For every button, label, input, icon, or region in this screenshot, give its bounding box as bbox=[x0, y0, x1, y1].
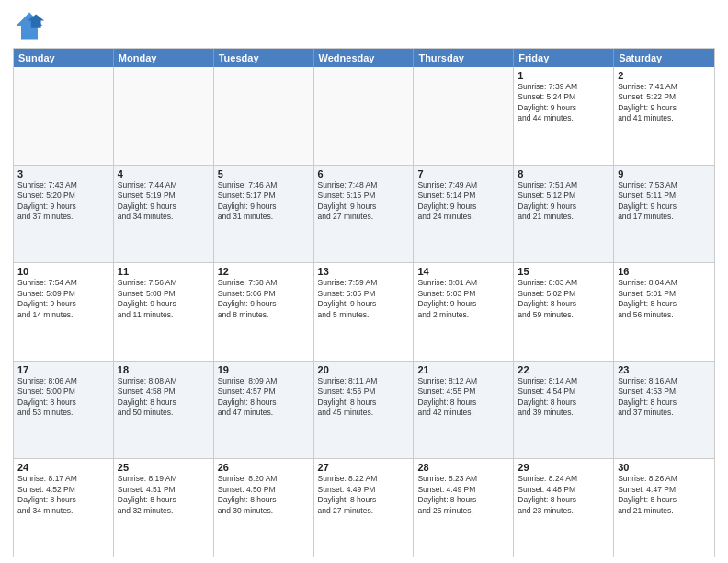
day-info: Sunrise: 8:03 AM Sunset: 5:02 PM Dayligh… bbox=[518, 278, 609, 320]
day-number: 19 bbox=[218, 364, 310, 375]
empty-cell-r0c2 bbox=[214, 67, 314, 165]
day-number: 26 bbox=[218, 462, 310, 473]
day-number: 7 bbox=[417, 168, 509, 179]
day-number: 12 bbox=[218, 266, 310, 277]
day-info: Sunrise: 8:12 AM Sunset: 4:55 PM Dayligh… bbox=[417, 376, 509, 419]
day-number: 11 bbox=[118, 266, 210, 277]
day-cell-24: 24Sunrise: 8:17 AM Sunset: 4:52 PM Dayli… bbox=[14, 459, 114, 557]
day-cell-2: 2Sunrise: 7:41 AM Sunset: 5:22 PM Daylig… bbox=[614, 67, 714, 165]
day-cell-9: 9Sunrise: 7:53 AM Sunset: 5:11 PM Daylig… bbox=[614, 166, 714, 263]
day-cell-6: 6Sunrise: 7:48 AM Sunset: 5:15 PM Daylig… bbox=[314, 166, 415, 263]
logo bbox=[13, 9, 50, 42]
day-info: Sunrise: 8:17 AM Sunset: 4:52 PM Dayligh… bbox=[17, 474, 109, 516]
calendar: SundayMondayTuesdayWednesdayThursdayFrid… bbox=[13, 48, 715, 557]
day-info: Sunrise: 7:56 AM Sunset: 5:08 PM Dayligh… bbox=[118, 278, 210, 320]
day-number: 27 bbox=[318, 462, 410, 473]
day-info: Sunrise: 7:53 AM Sunset: 5:11 PM Dayligh… bbox=[618, 180, 711, 223]
day-number: 9 bbox=[618, 168, 711, 179]
day-cell-27: 27Sunrise: 8:22 AM Sunset: 4:49 PM Dayli… bbox=[314, 459, 415, 557]
day-info: Sunrise: 7:54 AM Sunset: 5:09 PM Dayligh… bbox=[17, 278, 109, 320]
day-cell-14: 14Sunrise: 8:01 AM Sunset: 5:03 PM Dayli… bbox=[414, 263, 514, 361]
day-info: Sunrise: 8:22 AM Sunset: 4:49 PM Dayligh… bbox=[318, 474, 410, 516]
day-cell-10: 10Sunrise: 7:54 AM Sunset: 5:09 PM Dayli… bbox=[14, 263, 114, 361]
day-info: Sunrise: 7:39 AM Sunset: 5:24 PM Dayligh… bbox=[518, 82, 609, 124]
header-day-wednesday: Wednesday bbox=[314, 49, 415, 67]
calendar-row-2: 3Sunrise: 7:43 AM Sunset: 5:20 PM Daylig… bbox=[14, 165, 714, 263]
day-info: Sunrise: 8:19 AM Sunset: 4:51 PM Dayligh… bbox=[118, 474, 210, 516]
day-number: 25 bbox=[118, 462, 210, 473]
day-number: 15 bbox=[518, 266, 609, 277]
day-cell-12: 12Sunrise: 7:58 AM Sunset: 5:06 PM Dayli… bbox=[214, 263, 314, 361]
day-info: Sunrise: 7:46 AM Sunset: 5:17 PM Dayligh… bbox=[218, 180, 310, 223]
day-number: 22 bbox=[518, 364, 609, 375]
day-cell-15: 15Sunrise: 8:03 AM Sunset: 5:02 PM Dayli… bbox=[514, 263, 614, 361]
day-info: Sunrise: 8:11 AM Sunset: 4:56 PM Dayligh… bbox=[318, 376, 410, 419]
day-info: Sunrise: 7:59 AM Sunset: 5:05 PM Dayligh… bbox=[318, 278, 410, 320]
day-cell-5: 5Sunrise: 7:46 AM Sunset: 5:17 PM Daylig… bbox=[214, 166, 314, 263]
day-number: 2 bbox=[618, 70, 711, 81]
day-info: Sunrise: 8:01 AM Sunset: 5:03 PM Dayligh… bbox=[417, 278, 509, 320]
calendar-row-5: 24Sunrise: 8:17 AM Sunset: 4:52 PM Dayli… bbox=[14, 458, 714, 557]
day-number: 1 bbox=[518, 70, 609, 81]
day-number: 21 bbox=[417, 364, 509, 375]
day-cell-30: 30Sunrise: 8:26 AM Sunset: 4:47 PM Dayli… bbox=[614, 459, 714, 557]
day-number: 13 bbox=[318, 266, 410, 277]
day-cell-25: 25Sunrise: 8:19 AM Sunset: 4:51 PM Dayli… bbox=[114, 459, 214, 557]
day-info: Sunrise: 8:24 AM Sunset: 4:48 PM Dayligh… bbox=[518, 474, 609, 516]
empty-cell-r0c0 bbox=[14, 67, 114, 165]
day-cell-26: 26Sunrise: 8:20 AM Sunset: 4:50 PM Dayli… bbox=[214, 459, 314, 557]
day-info: Sunrise: 8:06 AM Sunset: 5:00 PM Dayligh… bbox=[17, 376, 109, 419]
calendar-body: 1Sunrise: 7:39 AM Sunset: 5:24 PM Daylig… bbox=[14, 67, 714, 557]
day-cell-4: 4Sunrise: 7:44 AM Sunset: 5:19 PM Daylig… bbox=[114, 166, 214, 263]
calendar-row-4: 17Sunrise: 8:06 AM Sunset: 5:00 PM Dayli… bbox=[14, 361, 714, 459]
day-cell-17: 17Sunrise: 8:06 AM Sunset: 5:00 PM Dayli… bbox=[14, 362, 114, 459]
day-info: Sunrise: 8:09 AM Sunset: 4:57 PM Dayligh… bbox=[218, 376, 310, 419]
day-info: Sunrise: 7:49 AM Sunset: 5:14 PM Dayligh… bbox=[417, 180, 509, 223]
day-number: 28 bbox=[417, 462, 509, 473]
day-cell-19: 19Sunrise: 8:09 AM Sunset: 4:57 PM Dayli… bbox=[214, 362, 314, 459]
day-info: Sunrise: 7:51 AM Sunset: 5:12 PM Dayligh… bbox=[518, 180, 609, 223]
empty-cell-r0c3 bbox=[314, 67, 415, 165]
day-number: 30 bbox=[618, 462, 711, 473]
day-info: Sunrise: 8:04 AM Sunset: 5:01 PM Dayligh… bbox=[618, 278, 711, 320]
header-day-saturday: Saturday bbox=[614, 49, 714, 67]
day-cell-23: 23Sunrise: 8:16 AM Sunset: 4:53 PM Dayli… bbox=[614, 362, 714, 459]
day-number: 6 bbox=[318, 168, 410, 179]
day-cell-20: 20Sunrise: 8:11 AM Sunset: 4:56 PM Dayli… bbox=[314, 362, 415, 459]
day-number: 23 bbox=[618, 364, 711, 375]
header-day-thursday: Thursday bbox=[414, 49, 514, 67]
header-day-tuesday: Tuesday bbox=[214, 49, 314, 67]
day-number: 3 bbox=[17, 168, 109, 179]
day-cell-21: 21Sunrise: 8:12 AM Sunset: 4:55 PM Dayli… bbox=[414, 362, 514, 459]
day-cell-1: 1Sunrise: 7:39 AM Sunset: 5:24 PM Daylig… bbox=[514, 67, 614, 165]
day-number: 18 bbox=[118, 364, 210, 375]
day-cell-8: 8Sunrise: 7:51 AM Sunset: 5:12 PM Daylig… bbox=[514, 166, 614, 263]
day-cell-29: 29Sunrise: 8:24 AM Sunset: 4:48 PM Dayli… bbox=[514, 459, 614, 557]
day-info: Sunrise: 7:41 AM Sunset: 5:22 PM Dayligh… bbox=[618, 82, 711, 124]
day-info: Sunrise: 8:26 AM Sunset: 4:47 PM Dayligh… bbox=[618, 474, 711, 516]
day-info: Sunrise: 8:14 AM Sunset: 4:54 PM Dayligh… bbox=[518, 376, 609, 419]
day-info: Sunrise: 8:20 AM Sunset: 4:50 PM Dayligh… bbox=[218, 474, 310, 516]
calendar-row-3: 10Sunrise: 7:54 AM Sunset: 5:09 PM Dayli… bbox=[14, 262, 714, 361]
day-info: Sunrise: 7:44 AM Sunset: 5:19 PM Dayligh… bbox=[118, 180, 210, 223]
day-info: Sunrise: 7:43 AM Sunset: 5:20 PM Dayligh… bbox=[17, 180, 109, 223]
day-cell-7: 7Sunrise: 7:49 AM Sunset: 5:14 PM Daylig… bbox=[414, 166, 514, 263]
day-info: Sunrise: 7:48 AM Sunset: 5:15 PM Dayligh… bbox=[318, 180, 410, 223]
empty-cell-r0c1 bbox=[114, 67, 214, 165]
day-info: Sunrise: 8:08 AM Sunset: 4:58 PM Dayligh… bbox=[118, 376, 210, 419]
day-cell-28: 28Sunrise: 8:23 AM Sunset: 4:49 PM Dayli… bbox=[414, 459, 514, 557]
header-day-monday: Monday bbox=[114, 49, 214, 67]
calendar-header: SundayMondayTuesdayWednesdayThursdayFrid… bbox=[14, 49, 714, 67]
day-number: 17 bbox=[17, 364, 109, 375]
day-number: 8 bbox=[518, 168, 609, 179]
day-cell-16: 16Sunrise: 8:04 AM Sunset: 5:01 PM Dayli… bbox=[614, 263, 714, 361]
day-number: 29 bbox=[518, 462, 609, 473]
day-number: 5 bbox=[218, 168, 310, 179]
header-day-friday: Friday bbox=[514, 49, 614, 67]
day-number: 20 bbox=[318, 364, 410, 375]
day-cell-13: 13Sunrise: 7:59 AM Sunset: 5:05 PM Dayli… bbox=[314, 263, 415, 361]
day-number: 16 bbox=[618, 266, 711, 277]
day-info: Sunrise: 7:58 AM Sunset: 5:06 PM Dayligh… bbox=[218, 278, 310, 320]
day-cell-22: 22Sunrise: 8:14 AM Sunset: 4:54 PM Dayli… bbox=[514, 362, 614, 459]
empty-cell-r0c4 bbox=[414, 67, 514, 165]
